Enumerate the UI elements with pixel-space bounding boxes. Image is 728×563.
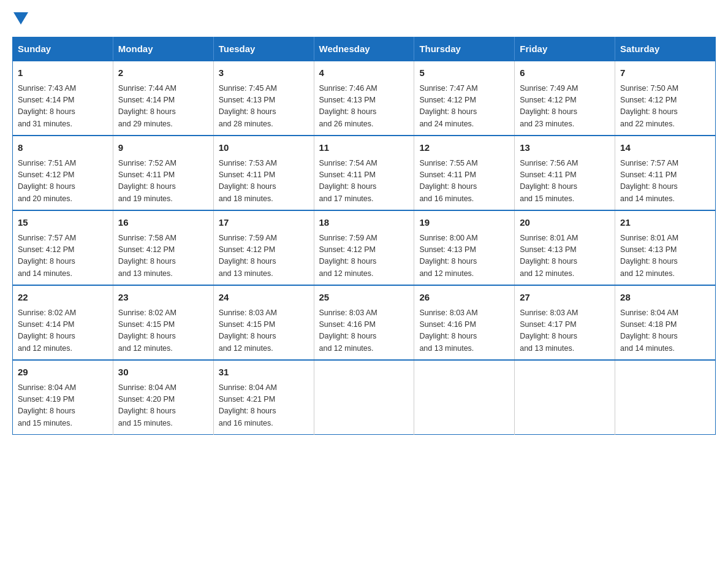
day-number: 10 — [219, 141, 309, 155]
logo-triangle-icon — [13, 12, 28, 25]
calendar-week-row: 8 Sunrise: 7:51 AM Sunset: 4:12 PM Dayli… — [13, 136, 716, 210]
day-info: Sunrise: 8:03 AM Sunset: 4:17 PM Dayligh… — [520, 307, 610, 355]
day-info: Sunrise: 8:04 AM Sunset: 4:19 PM Dayligh… — [18, 382, 108, 430]
calendar-day-cell: 5 Sunrise: 7:47 AM Sunset: 4:12 PM Dayli… — [414, 61, 515, 136]
day-number: 14 — [620, 141, 710, 155]
calendar-day-cell: 13 Sunrise: 7:56 AM Sunset: 4:11 PM Dayl… — [515, 136, 615, 210]
calendar-day-cell: 3 Sunrise: 7:45 AM Sunset: 4:13 PM Dayli… — [213, 61, 314, 136]
calendar-day-cell: 2 Sunrise: 7:44 AM Sunset: 4:14 PM Dayli… — [113, 61, 213, 136]
day-number: 28 — [620, 291, 710, 305]
weekday-header-friday: Friday — [515, 37, 615, 61]
calendar-week-row: 15 Sunrise: 7:57 AM Sunset: 4:12 PM Dayl… — [13, 210, 716, 285]
day-info: Sunrise: 7:50 AM Sunset: 4:12 PM Dayligh… — [620, 83, 710, 131]
calendar-day-cell: 26 Sunrise: 8:03 AM Sunset: 4:16 PM Dayl… — [414, 285, 515, 360]
day-number: 21 — [620, 216, 710, 230]
calendar-day-cell: 25 Sunrise: 8:03 AM Sunset: 4:16 PM Dayl… — [314, 285, 414, 360]
day-number: 29 — [18, 366, 108, 380]
calendar-week-row: 29 Sunrise: 8:04 AM Sunset: 4:19 PM Dayl… — [13, 360, 716, 435]
day-number: 15 — [18, 216, 108, 230]
calendar-day-cell — [615, 360, 716, 435]
day-info: Sunrise: 7:44 AM Sunset: 4:14 PM Dayligh… — [118, 83, 208, 131]
day-number: 1 — [18, 66, 108, 80]
calendar-day-cell: 11 Sunrise: 7:54 AM Sunset: 4:11 PM Dayl… — [314, 136, 414, 210]
day-number: 4 — [319, 66, 409, 80]
day-info: Sunrise: 7:54 AM Sunset: 4:11 PM Dayligh… — [319, 158, 409, 205]
calendar-day-cell — [314, 360, 414, 435]
day-number: 12 — [419, 141, 509, 155]
day-info: Sunrise: 7:59 AM Sunset: 4:12 PM Dayligh… — [319, 232, 409, 280]
calendar-week-row: 1 Sunrise: 7:43 AM Sunset: 4:14 PM Dayli… — [13, 61, 716, 136]
day-number: 20 — [520, 216, 610, 230]
calendar-day-cell: 29 Sunrise: 8:04 AM Sunset: 4:19 PM Dayl… — [13, 360, 113, 435]
weekday-header-wednesday: Wednesday — [314, 37, 414, 61]
calendar-day-cell: 31 Sunrise: 8:04 AM Sunset: 4:21 PM Dayl… — [213, 360, 314, 435]
day-number: 2 — [118, 66, 208, 80]
day-info: Sunrise: 7:47 AM Sunset: 4:12 PM Dayligh… — [419, 83, 509, 131]
calendar-day-cell: 20 Sunrise: 8:01 AM Sunset: 4:13 PM Dayl… — [515, 210, 615, 285]
day-number: 23 — [118, 291, 208, 305]
calendar-day-cell: 8 Sunrise: 7:51 AM Sunset: 4:12 PM Dayli… — [13, 136, 113, 210]
day-number: 6 — [520, 66, 610, 80]
calendar-day-cell: 18 Sunrise: 7:59 AM Sunset: 4:12 PM Dayl… — [314, 210, 414, 285]
day-info: Sunrise: 7:49 AM Sunset: 4:12 PM Dayligh… — [520, 83, 610, 131]
calendar-day-cell: 6 Sunrise: 7:49 AM Sunset: 4:12 PM Dayli… — [515, 61, 615, 136]
day-info: Sunrise: 7:59 AM Sunset: 4:12 PM Dayligh… — [219, 232, 309, 280]
calendar-day-cell — [515, 360, 615, 435]
day-info: Sunrise: 7:45 AM Sunset: 4:13 PM Dayligh… — [219, 83, 309, 131]
day-info: Sunrise: 8:03 AM Sunset: 4:16 PM Dayligh… — [419, 307, 509, 355]
day-number: 31 — [219, 366, 309, 380]
day-info: Sunrise: 7:46 AM Sunset: 4:13 PM Dayligh… — [319, 83, 409, 131]
calendar-week-row: 22 Sunrise: 8:02 AM Sunset: 4:14 PM Dayl… — [13, 285, 716, 360]
calendar-day-cell: 19 Sunrise: 8:00 AM Sunset: 4:13 PM Dayl… — [414, 210, 515, 285]
day-info: Sunrise: 7:53 AM Sunset: 4:11 PM Dayligh… — [219, 158, 309, 205]
day-info: Sunrise: 8:01 AM Sunset: 4:13 PM Dayligh… — [520, 232, 610, 280]
day-info: Sunrise: 7:56 AM Sunset: 4:11 PM Dayligh… — [520, 158, 610, 205]
calendar-day-cell: 23 Sunrise: 8:02 AM Sunset: 4:15 PM Dayl… — [113, 285, 213, 360]
calendar-day-cell: 15 Sunrise: 7:57 AM Sunset: 4:12 PM Dayl… — [13, 210, 113, 285]
day-number: 7 — [620, 66, 710, 80]
logo — [12, 12, 29, 25]
day-number: 26 — [419, 291, 509, 305]
calendar-day-cell: 22 Sunrise: 8:02 AM Sunset: 4:14 PM Dayl… — [13, 285, 113, 360]
day-number: 24 — [219, 291, 309, 305]
day-number: 13 — [520, 141, 610, 155]
weekday-header-sunday: Sunday — [13, 37, 113, 61]
day-number: 11 — [319, 141, 409, 155]
day-number: 9 — [118, 141, 208, 155]
day-number: 8 — [18, 141, 108, 155]
day-number: 27 — [520, 291, 610, 305]
calendar-header-row: SundayMondayTuesdayWednesdayThursdayFrid… — [13, 37, 716, 61]
calendar-day-cell: 9 Sunrise: 7:52 AM Sunset: 4:11 PM Dayli… — [113, 136, 213, 210]
day-info: Sunrise: 8:00 AM Sunset: 4:13 PM Dayligh… — [419, 232, 509, 280]
day-number: 16 — [118, 216, 208, 230]
weekday-header-saturday: Saturday — [615, 37, 716, 61]
page-header — [12, 12, 716, 25]
weekday-header-thursday: Thursday — [414, 37, 515, 61]
day-info: Sunrise: 7:57 AM Sunset: 4:12 PM Dayligh… — [18, 232, 108, 280]
day-info: Sunrise: 8:04 AM Sunset: 4:21 PM Dayligh… — [219, 382, 309, 430]
calendar-day-cell: 21 Sunrise: 8:01 AM Sunset: 4:13 PM Dayl… — [615, 210, 716, 285]
day-info: Sunrise: 7:51 AM Sunset: 4:12 PM Dayligh… — [18, 158, 108, 205]
calendar-day-cell: 4 Sunrise: 7:46 AM Sunset: 4:13 PM Dayli… — [314, 61, 414, 136]
calendar-day-cell: 28 Sunrise: 8:04 AM Sunset: 4:18 PM Dayl… — [615, 285, 716, 360]
calendar-day-cell: 1 Sunrise: 7:43 AM Sunset: 4:14 PM Dayli… — [13, 61, 113, 136]
day-info: Sunrise: 7:43 AM Sunset: 4:14 PM Dayligh… — [18, 83, 108, 131]
day-info: Sunrise: 8:02 AM Sunset: 4:14 PM Dayligh… — [18, 307, 108, 355]
day-number: 18 — [319, 216, 409, 230]
day-info: Sunrise: 8:03 AM Sunset: 4:15 PM Dayligh… — [219, 307, 309, 355]
day-info: Sunrise: 8:04 AM Sunset: 4:20 PM Dayligh… — [118, 382, 208, 430]
day-info: Sunrise: 7:52 AM Sunset: 4:11 PM Dayligh… — [118, 158, 208, 205]
calendar-day-cell: 12 Sunrise: 7:55 AM Sunset: 4:11 PM Dayl… — [414, 136, 515, 210]
calendar-day-cell: 27 Sunrise: 8:03 AM Sunset: 4:17 PM Dayl… — [515, 285, 615, 360]
calendar-day-cell: 30 Sunrise: 8:04 AM Sunset: 4:20 PM Dayl… — [113, 360, 213, 435]
day-info: Sunrise: 7:58 AM Sunset: 4:12 PM Dayligh… — [118, 232, 208, 280]
weekday-header-monday: Monday — [113, 37, 213, 61]
day-info: Sunrise: 8:04 AM Sunset: 4:18 PM Dayligh… — [620, 307, 710, 355]
day-number: 17 — [219, 216, 309, 230]
calendar-day-cell: 14 Sunrise: 7:57 AM Sunset: 4:11 PM Dayl… — [615, 136, 716, 210]
calendar-day-cell — [414, 360, 515, 435]
day-info: Sunrise: 8:01 AM Sunset: 4:13 PM Dayligh… — [620, 232, 710, 280]
day-number: 22 — [18, 291, 108, 305]
day-info: Sunrise: 8:03 AM Sunset: 4:16 PM Dayligh… — [319, 307, 409, 355]
weekday-header-tuesday: Tuesday — [213, 37, 314, 61]
